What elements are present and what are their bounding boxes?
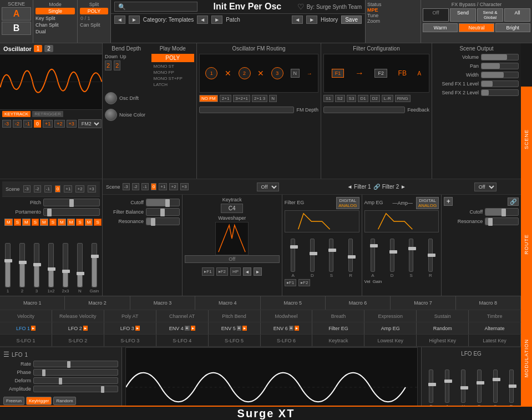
- f2-cutoff-slider[interactable]: [485, 208, 519, 216]
- mode-dual-item[interactable]: Dual: [35, 28, 75, 35]
- noise-color-knob[interactable]: [105, 109, 117, 121]
- lfo2-item[interactable]: LFO 2 ▸: [52, 322, 104, 334]
- semitone-plus3[interactable]: +3: [67, 120, 77, 128]
- scene-b-button[interactable]: B: [2, 22, 31, 35]
- volume-slider[interactable]: [481, 54, 519, 60]
- filter1-label[interactable]: ◄ Filter 1: [347, 184, 371, 190]
- m4-btn[interactable]: M: [58, 219, 66, 226]
- osc-pitch-slider[interactable]: [43, 199, 100, 206]
- route-sustain[interactable]: Sustain: [417, 310, 469, 322]
- macro-8[interactable]: Macro 8: [456, 296, 521, 310]
- scene-neg3[interactable]: -3: [23, 185, 31, 193]
- retrigger-button[interactable]: RETRIGGER: [32, 111, 63, 117]
- mono-st-fp-option[interactable]: MONO ST+FP: [151, 75, 195, 82]
- 2x1-button[interactable]: 2+1: [220, 95, 232, 102]
- lfo-menu-icon[interactable]: ☰: [3, 351, 9, 358]
- rate-slider[interactable]: [33, 361, 118, 367]
- filter-eg-f1-btn[interactable]: ▸F1: [285, 279, 296, 286]
- slfo2-item[interactable]: S-LFO 2: [52, 335, 104, 346]
- slfo3-item[interactable]: S-LFO 3: [104, 335, 156, 346]
- fx-send-button[interactable]: Send: [450, 8, 476, 22]
- d2-btn[interactable]: D2: [370, 95, 380, 102]
- n-box[interactable]: N: [291, 69, 300, 78]
- route-expression[interactable]: Expression: [364, 310, 417, 322]
- osc-drift-knob[interactable]: [105, 92, 117, 104]
- no-fm-button[interactable]: NO FM: [199, 95, 218, 102]
- osc2-circle[interactable]: 2: [239, 67, 251, 79]
- fb-plus1[interactable]: +1: [159, 183, 167, 190]
- route-velocity[interactable]: Velocity: [0, 310, 52, 322]
- scene-neg2[interactable]: -2: [34, 185, 41, 193]
- lfo3-item[interactable]: LFO 3 ▸: [104, 322, 156, 334]
- route-release-velocity[interactable]: Release Velocity: [52, 310, 104, 322]
- slfo1-item[interactable]: S-LFO 1: [0, 335, 52, 346]
- macro-2[interactable]: Macro 2: [65, 296, 130, 310]
- keytrack-button[interactable]: KEYTRACK: [2, 111, 31, 117]
- filter2-link-button[interactable]: 🔗: [508, 198, 519, 206]
- semitone-neg3[interactable]: -3: [2, 120, 11, 128]
- filter-eg-lfo-item[interactable]: Filter EG: [312, 322, 364, 334]
- scene-a-button[interactable]: A: [2, 7, 31, 21]
- macro-1[interactable]: Macro 1: [0, 296, 65, 310]
- semitone-neg2[interactable]: -2: [13, 120, 22, 128]
- env4-arrow[interactable]: ▸: [191, 326, 195, 331]
- f1-cutoff-slider[interactable]: [146, 199, 180, 206]
- macro-3[interactable]: Macro 3: [130, 296, 195, 310]
- mono-fp-option[interactable]: MONO FP: [151, 69, 195, 75]
- neutral-button[interactable]: Neutral: [459, 23, 494, 32]
- m6-btn[interactable]: M: [85, 219, 93, 226]
- modulation-sidebar-label[interactable]: MODULATION: [524, 339, 529, 377]
- poly-mode-display[interactable]: POLY: [151, 54, 195, 62]
- f1-btn[interactable]: ▸F1: [202, 267, 214, 276]
- route-channel-at[interactable]: Channel AT: [156, 310, 209, 322]
- route-breath[interactable]: Breath: [312, 310, 364, 322]
- poly-button[interactable]: POLY: [80, 8, 108, 14]
- f1-resonance-slider[interactable]: [146, 217, 180, 225]
- fb-plus3[interactable]: +3: [180, 183, 189, 190]
- macro-7[interactable]: Macro 7: [391, 296, 455, 310]
- fb-zero[interactable]: 0: [151, 183, 156, 190]
- s1-btn[interactable]: S1: [323, 95, 333, 102]
- env6-item[interactable]: ENV 6 ≡ ▸: [261, 322, 313, 334]
- portamento-slider[interactable]: [43, 208, 100, 216]
- fb-neg1[interactable]: -1: [141, 183, 149, 190]
- macro-5[interactable]: Macro 5: [261, 296, 326, 310]
- nav-next-btn[interactable]: ▸: [254, 267, 262, 276]
- s4-btn[interactable]: S: [76, 219, 83, 226]
- mode-single-button[interactable]: Single: [36, 8, 75, 14]
- search-input[interactable]: [114, 2, 197, 12]
- s3-btn[interactable]: S3: [347, 95, 357, 102]
- fb-plus2[interactable]: +2: [169, 183, 178, 190]
- phase-slider[interactable]: [33, 369, 118, 376]
- send-fx1-slider[interactable]: [481, 80, 519, 87]
- env6-arrow[interactable]: ▸: [295, 326, 299, 331]
- route-sidebar-label[interactable]: ROUTE: [524, 234, 529, 255]
- save-button[interactable]: Save: [341, 16, 362, 24]
- fx-all-button[interactable]: All: [504, 8, 530, 22]
- scene-plus3[interactable]: +3: [88, 185, 96, 193]
- fx-send-global-button[interactable]: Send & Global: [477, 8, 503, 22]
- favorite-icon[interactable]: ♡: [297, 2, 305, 11]
- semitone-plus1[interactable]: +1: [43, 120, 53, 128]
- route-poly-at[interactable]: Poly AT: [104, 310, 156, 322]
- f2-resonance-slider[interactable]: [485, 217, 519, 225]
- filter2-label[interactable]: Filter 2 ►: [382, 184, 406, 190]
- 3x2x1-button[interactable]: 3+2+1: [233, 95, 250, 102]
- scene-zero[interactable]: 0: [55, 185, 60, 193]
- keytrigger-button[interactable]: Keytrigger: [26, 397, 52, 405]
- macro-4[interactable]: Macro 4: [195, 296, 260, 310]
- m2-btn[interactable]: M: [22, 219, 31, 226]
- feedback-slider[interactable]: [323, 107, 405, 113]
- f1-box[interactable]: F1: [332, 69, 344, 78]
- next-category-button[interactable]: ►: [129, 16, 140, 24]
- bend-up-value[interactable]: 2: [114, 60, 120, 70]
- alternate-lfo-item[interactable]: Alternate: [469, 322, 521, 334]
- mode-chan-split-item[interactable]: Chan Split: [35, 22, 75, 28]
- s2-btn[interactable]: S2: [335, 95, 345, 102]
- pan-slider[interactable]: [481, 63, 519, 69]
- route-pitch-bend[interactable]: Pitch Bend: [209, 310, 261, 322]
- slfo6-item[interactable]: S-LFO 6: [261, 335, 313, 346]
- nav-prev-btn[interactable]: ◂: [243, 267, 251, 276]
- ring-btn[interactable]: RING: [395, 95, 411, 102]
- warm-button[interactable]: Warm: [423, 23, 458, 32]
